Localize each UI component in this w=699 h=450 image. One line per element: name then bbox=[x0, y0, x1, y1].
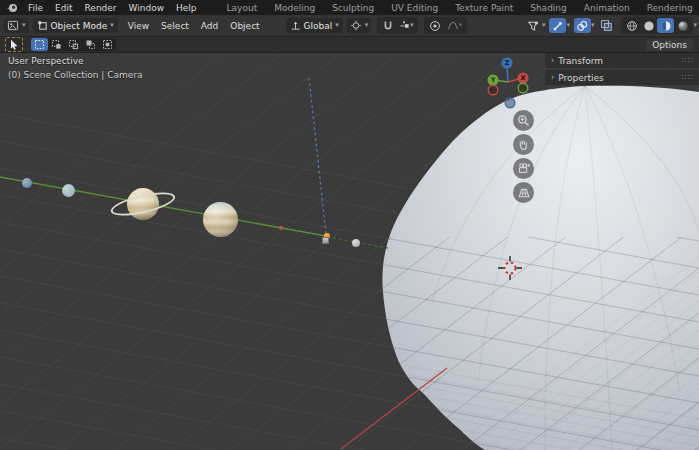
perspective-toggle-button[interactable] bbox=[513, 182, 534, 203]
panel-label: Transform bbox=[558, 56, 603, 66]
chevron-down-icon[interactable]: ▾ bbox=[542, 22, 546, 29]
chevron-down-icon[interactable]: ▾ bbox=[566, 22, 570, 29]
workspace-tab-layout[interactable]: Layout bbox=[219, 1, 266, 15]
snap-toggle-button[interactable] bbox=[379, 18, 396, 33]
workspace-tab-rendering[interactable]: Rendering bbox=[639, 1, 699, 15]
camera-view-icon bbox=[517, 162, 531, 175]
viewport-menu-object[interactable]: Object bbox=[224, 19, 265, 33]
orientation-axes-icon bbox=[290, 20, 301, 31]
xray-toggle[interactable] bbox=[598, 18, 615, 33]
select-mode-invert[interactable] bbox=[82, 38, 99, 51]
show-gizmo-toggle[interactable] bbox=[549, 18, 566, 33]
shading-wireframe-button[interactable] bbox=[623, 18, 640, 33]
planet-moon[interactable] bbox=[352, 239, 360, 247]
viewport-menu-view[interactable]: View bbox=[122, 19, 155, 33]
menubar-help[interactable]: Help bbox=[170, 2, 203, 14]
select-mode-set[interactable] bbox=[31, 38, 48, 51]
snap-target-selector[interactable]: ▾ bbox=[396, 18, 416, 33]
planet-jupiter[interactable] bbox=[203, 202, 238, 237]
chevron-down-icon: ▾ bbox=[22, 22, 26, 29]
chevron-down-icon: ▾ bbox=[335, 22, 339, 29]
select-mode-group bbox=[31, 38, 116, 51]
tool-settings-bar: Options bbox=[0, 37, 699, 53]
pivot-point-icon bbox=[350, 20, 362, 31]
shading-mode-group bbox=[621, 17, 693, 34]
pan-button[interactable] bbox=[513, 134, 534, 155]
small-cube-object[interactable] bbox=[322, 237, 329, 244]
editor-type-button[interactable]: ▾ bbox=[4, 18, 29, 33]
shading-material-button[interactable] bbox=[657, 18, 674, 33]
filter-funnel-icon bbox=[527, 20, 539, 32]
svg-text:X: X bbox=[520, 74, 525, 82]
snapping-group: ▾ bbox=[377, 17, 418, 34]
proportional-falloff-selector[interactable]: ▾ bbox=[443, 18, 465, 33]
workspace-tab-animation[interactable]: Animation bbox=[576, 1, 638, 15]
view-perspective-label: User Perspective bbox=[8, 56, 84, 66]
viewport-menu-select[interactable]: Select bbox=[155, 19, 195, 33]
zoom-button[interactable] bbox=[513, 110, 534, 131]
drag-dots-icon[interactable]: ∷∷ bbox=[682, 56, 694, 65]
shading-material-icon bbox=[660, 20, 672, 32]
viewport-menu-add[interactable]: Add bbox=[195, 19, 224, 33]
svg-text:Z: Z bbox=[505, 59, 510, 67]
camera-view-button[interactable] bbox=[513, 158, 534, 179]
cursor-arrow-icon bbox=[9, 39, 19, 50]
transform-orientation-selector[interactable]: Global ▾ bbox=[286, 18, 343, 33]
select-mode-subtract[interactable] bbox=[65, 38, 82, 51]
blender-logo-icon[interactable] bbox=[5, 2, 18, 13]
workspace-tab-uv-editing[interactable]: UV Editing bbox=[383, 1, 446, 15]
workspace-tab-texture-paint[interactable]: Texture Paint bbox=[447, 1, 521, 15]
chevron-down-icon[interactable]: ▾ bbox=[693, 22, 697, 29]
options-button[interactable]: Options bbox=[646, 39, 693, 51]
planet-mars[interactable] bbox=[279, 226, 283, 230]
drag-dots-icon[interactable]: ∷∷ bbox=[682, 73, 694, 82]
gizmo-toggle-icon bbox=[552, 20, 564, 32]
blender-window: FileEditRenderWindowHelp LayoutModelingS… bbox=[0, 0, 699, 450]
chevron-down-icon: ▾ bbox=[110, 22, 114, 29]
object-type-filter-button[interactable] bbox=[525, 18, 542, 33]
mode-selector[interactable]: Object Mode ▾ bbox=[33, 18, 118, 33]
panel-label: Properties bbox=[558, 73, 603, 83]
proportional-edit-toggle[interactable] bbox=[426, 18, 443, 33]
workspace-tabs: LayoutModelingSculptingUV EditingTexture… bbox=[219, 0, 699, 15]
perspective-grid-icon bbox=[517, 186, 531, 199]
proportional-edit-group: ▾ bbox=[424, 17, 467, 34]
pivot-point-selector[interactable]: ▾ bbox=[347, 18, 372, 33]
workspace-tab-sculpting[interactable]: Sculpting bbox=[324, 1, 382, 15]
menubar-render[interactable]: Render bbox=[79, 2, 123, 14]
gizmo-minus-y bbox=[518, 83, 528, 93]
active-collection-label: (0) Scene Collection | Camera bbox=[8, 70, 143, 80]
topbar: FileEditRenderWindowHelp LayoutModelingS… bbox=[0, 0, 699, 16]
select-mode-extend[interactable] bbox=[48, 38, 65, 51]
orientation-label: Global bbox=[304, 21, 333, 31]
chevron-right-icon: › bbox=[551, 73, 554, 82]
menubar-file[interactable]: File bbox=[22, 2, 49, 14]
chevron-down-icon: ▾ bbox=[365, 22, 369, 29]
magnet-icon bbox=[382, 20, 394, 32]
planet-neptune[interactable] bbox=[22, 178, 32, 188]
show-overlays-toggle[interactable] bbox=[574, 18, 591, 33]
shading-solid-button[interactable] bbox=[640, 18, 657, 33]
workspace-tab-shading[interactable]: Shading bbox=[522, 1, 575, 15]
viewport-header: ▾ Object Mode ▾ ViewSelectAddObject Glob… bbox=[0, 15, 699, 37]
overlays-toggle-icon bbox=[576, 20, 588, 32]
active-tool-tweak-button[interactable] bbox=[5, 37, 23, 52]
panel-transform[interactable]: › Transform ∷∷ bbox=[545, 53, 699, 68]
sphere-shading bbox=[203, 202, 238, 237]
planet-uranus[interactable] bbox=[62, 184, 75, 197]
snap-target-icon bbox=[399, 20, 410, 31]
viewport-3d[interactable]: Z Y X User Perspective (0) Scene Collect… bbox=[0, 52, 699, 450]
menubar: FileEditRenderWindowHelp bbox=[22, 2, 203, 14]
chevron-down-icon[interactable]: ▾ bbox=[591, 22, 595, 29]
panel-properties[interactable]: › Properties ∷∷ bbox=[545, 70, 699, 85]
chevron-down-icon: ▾ bbox=[410, 22, 414, 29]
select-mode-intersect[interactable] bbox=[99, 38, 116, 51]
menubar-window[interactable]: Window bbox=[123, 2, 171, 14]
falloff-curve-icon bbox=[447, 20, 459, 31]
menubar-edit[interactable]: Edit bbox=[49, 2, 78, 14]
shading-rendered-button[interactable] bbox=[674, 18, 691, 33]
workspace-tab-modeling[interactable]: Modeling bbox=[266, 1, 323, 15]
chevron-right-icon: › bbox=[551, 56, 554, 65]
mode-label: Object Mode bbox=[51, 21, 108, 31]
chevron-down-icon: ▾ bbox=[459, 22, 463, 29]
